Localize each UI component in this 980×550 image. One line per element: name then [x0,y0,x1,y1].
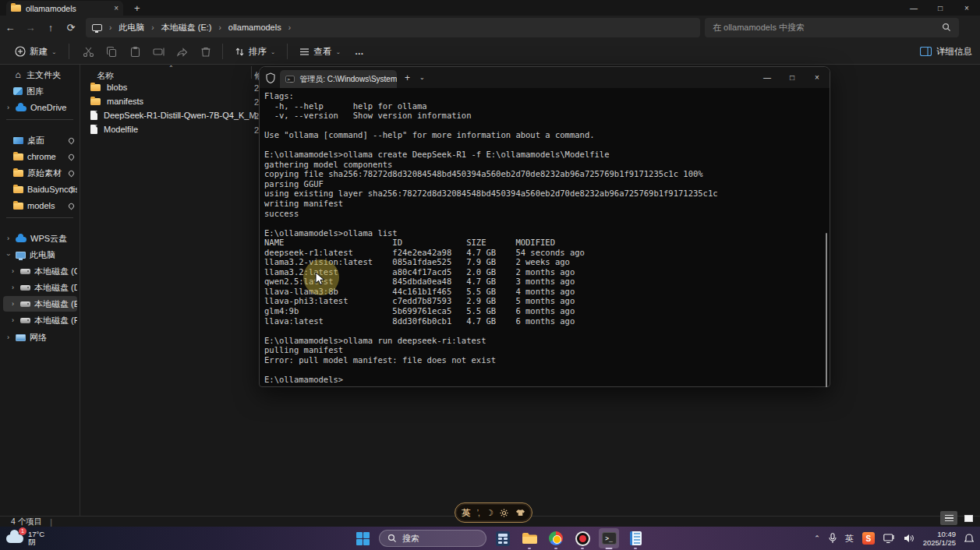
ime-skin-shirt-icon[interactable] [515,509,525,517]
taskbar-calculator[interactable] [493,528,513,548]
chevron-right-icon[interactable]: › [5,333,12,341]
sidebar-item-material[interactable]: 原始素材 [3,165,77,181]
chevron-right-icon[interactable]: › [5,104,12,111]
chevron-down-icon[interactable]: › [5,252,12,259]
paste-button[interactable] [124,41,147,62]
sidebar-item-models[interactable]: models [3,198,77,213]
speaker-icon[interactable] [904,534,915,543]
sidebar-item-this-pc[interactable]: › 此电脑 [3,247,77,263]
breadcrumb[interactable]: › 此电脑 › 本地磁盘 (E:) › ollamamodels › [86,18,700,37]
tray-ime-mode[interactable]: 英 [845,533,854,545]
file-icon [90,125,97,134]
explorer-addressbar: ← → ↑ ⟳ › 此电脑 › 本地磁盘 (E:) › ollamamodels… [0,16,980,39]
notification-bell-icon[interactable] [964,534,974,544]
sidebar-item-disk-e[interactable]: › 本地磁盘 (E:) [3,296,77,312]
display-cast-icon[interactable] [883,534,895,544]
taskbar-terminal[interactable]: >_ [599,528,619,548]
new-button[interactable]: 新建 ⌄ [8,41,64,62]
chevron-right-icon[interactable]: › [9,284,16,291]
chevron-right-icon[interactable]: › [5,234,12,242]
ime-mode-button[interactable]: 英 [462,507,470,519]
chevron-right-icon[interactable]: › [9,267,16,275]
sidebar-item-disk-d[interactable]: › 本地磁盘 (D:) [3,280,77,295]
gallery-icon [13,87,23,95]
chevron-right-icon[interactable]: › [9,316,16,324]
up-icon[interactable]: ↑ [41,17,61,37]
terminal-dropdown-icon[interactable]: ⌄ [419,74,425,81]
terminal-window[interactable]: >_ 管理员: C:\Windows\System32 × + ⌄ — □ × … [259,66,830,387]
terminal-scrollbar[interactable] [826,233,827,387]
sidebar-item-chrome[interactable]: chrome [3,149,77,164]
terminal-close-button[interactable]: × [805,67,830,88]
minimize-button[interactable]: — [900,0,927,16]
terminal-maximize-button[interactable]: □ [780,67,805,88]
ime-toolbar[interactable]: 英 ’, ☽ [455,502,532,523]
ime-settings-gear-icon[interactable] [500,509,508,517]
microphone-icon[interactable] [829,533,837,544]
breadcrumb-ollamamodels[interactable]: ollamamodels [228,23,281,32]
sidebar-label: chrome [27,152,56,161]
start-button[interactable] [352,528,373,548]
more-button[interactable]: … [348,41,372,62]
chevron-right-icon[interactable]: › [9,300,16,308]
rename-icon [153,46,165,58]
new-tab-button[interactable]: + [134,2,140,14]
taskbar-recorder[interactable] [572,528,593,548]
terminal-minimize-button[interactable]: — [755,67,780,88]
share-button[interactable] [171,41,194,62]
search-input[interactable]: 在 ollamamodels 中搜索 [705,18,959,37]
sogou-icon[interactable]: S [862,532,875,545]
icons-view-button[interactable] [960,511,977,525]
sidebar-item-onedrive[interactable]: › OneDrive [3,100,77,115]
taskbar-file-explorer[interactable] [519,528,540,548]
maximize-button[interactable]: □ [927,0,953,16]
view-button[interactable]: 查看 ⌄ [292,41,348,62]
terminal-window-controls: — □ × [755,67,830,88]
sidebar-item-wps[interactable]: › WPS云盘 [3,231,77,246]
back-icon[interactable]: ← [0,17,20,37]
copy-button[interactable] [101,41,124,62]
tray-clock[interactable]: 10:49 2025/1/25 [923,530,956,547]
sidebar-item-desktop[interactable]: 桌面 [3,132,77,148]
ime-punctuation-icon[interactable]: ’, [477,509,479,517]
folder-icon [13,203,23,210]
sort-button[interactable]: 排序 ⌄ [228,41,283,62]
column-divider[interactable] [251,66,252,79]
close-button[interactable]: × [953,0,980,16]
sidebar-item-disk-c[interactable]: › 本地磁盘 (C:) [3,263,77,279]
item-count: 4 个项目 [11,517,42,527]
details-view-button[interactable] [940,511,957,525]
breadcrumb-this-pc[interactable]: 此电脑 [119,22,144,33]
taskbar: 1 17°C 阴 搜索 [0,527,980,550]
taskbar-search[interactable]: 搜索 [379,530,486,547]
sidebar-item-home[interactable]: ⌂ 主文件夹 [3,67,77,83]
tab-close-icon[interactable]: × [114,4,119,12]
home-icon: ⌂ [13,70,23,79]
sidebar-item-gallery[interactable]: 图库 [3,83,77,99]
forward-icon[interactable]: → [20,17,41,37]
refresh-icon[interactable]: ⟳ [61,17,81,37]
rename-button[interactable] [147,41,171,62]
explorer-tab[interactable]: ollamamodels × [6,1,123,16]
breadcrumb-disk-e[interactable]: 本地磁盘 (E:) [161,22,212,33]
sidebar-item-baidusyncdisk[interactable]: BaiduSyncdisk [3,182,77,197]
taskbar-notepad[interactable] [625,528,646,548]
ime-moon-icon[interactable]: ☽ [486,508,494,518]
sidebar-item-network[interactable]: › 网络 [3,330,77,345]
weather-widget[interactable]: 1 17°C 阴 [6,531,44,546]
tray-date: 2025/1/25 [923,538,956,547]
breadcrumb-separator-icon: › [218,23,221,32]
terminal-new-tab-button[interactable]: + [405,72,410,83]
windows-logo-icon [356,532,370,545]
taskbar-chrome[interactable] [546,528,566,548]
weather-cloud-icon: 1 [6,534,23,543]
terminal-titlebar[interactable]: >_ 管理员: C:\Windows\System32 × + ⌄ — □ × [260,67,830,88]
terminal-tab[interactable]: >_ 管理员: C:\Windows\System32 × [280,70,397,88]
sidebar-item-disk-f[interactable]: › 本地磁盘 (F:) [3,312,77,328]
terminal-body[interactable]: Flags: -h, --help help for ollama -v, --… [260,88,830,387]
details-pane-button[interactable]: 详细信息 [920,46,972,58]
tray-expand-icon[interactable]: ⌃ [814,534,820,542]
chrome-icon [549,531,563,545]
cut-button[interactable] [77,41,101,62]
delete-button[interactable] [194,41,218,62]
